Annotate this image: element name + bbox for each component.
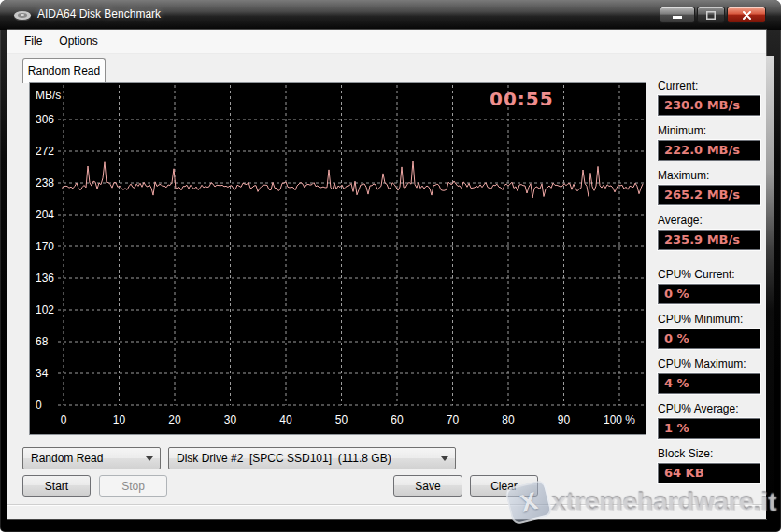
- elapsed-time: 00:55: [490, 88, 554, 110]
- y-axis-tick: 102: [36, 303, 73, 316]
- x-axis-tick: 40: [279, 413, 291, 427]
- x-axis-tick: 90: [558, 413, 570, 427]
- stat-cpu-current-value: 0 %: [659, 285, 760, 303]
- stat-maximum-box: 265.2 MB/s: [658, 185, 760, 205]
- x-axis-tick: 50: [335, 413, 348, 427]
- stop-button[interactable]: Stop: [99, 475, 167, 497]
- y-axis-tick: 34: [36, 367, 73, 380]
- stat-minimum-box: 222.0 MB/s: [658, 140, 760, 161]
- minimize-icon: [673, 11, 682, 20]
- y-axis-tick: 0: [36, 399, 73, 412]
- stat-cpu-current-label: CPU% Current:: [658, 268, 766, 282]
- benchmark-type-value: Random Read: [31, 448, 103, 469]
- stat-cpu-average-box: 1 %: [658, 418, 760, 439]
- x-axis-tick: 70: [447, 413, 459, 427]
- save-button[interactable]: Save: [393, 475, 462, 497]
- stat-cpu-minimum-label: CPU% Minimum:: [658, 313, 766, 327]
- app-window: AIDA64 Disk Benchmark FileOptions Random…: [0, 0, 781, 532]
- y-axis-tick: 306: [36, 113, 73, 126]
- x-axis-tick: 0: [61, 413, 67, 427]
- stat-cpu-maximum-label: CPU% Maximum:: [658, 357, 766, 371]
- stat-cpu-current-box: 0 %: [658, 284, 760, 304]
- stat-block-size-value: 64 KB: [659, 464, 760, 483]
- drive-select[interactable]: Disk Drive #2 [SPCC SSD101] (111.8 GB): [168, 447, 456, 469]
- app-icon: [13, 8, 32, 21]
- stat-current-value: 230.0 MB/s: [659, 96, 760, 115]
- clear-button[interactable]: Clear: [470, 475, 538, 497]
- stat-minimum-label: Minimum:: [658, 124, 766, 138]
- y-axis-tick: 204: [36, 208, 73, 221]
- start-button[interactable]: Start: [22, 475, 91, 497]
- stat-maximum-label: Maximum:: [658, 169, 766, 183]
- y-axis-tick: 238: [36, 176, 73, 189]
- stat-average-value: 235.9 MB/s: [659, 231, 760, 249]
- window-controls: [658, 7, 766, 23]
- x-axis-tick: 20: [168, 413, 180, 427]
- chevron-down-icon: [146, 456, 153, 461]
- close-icon: [743, 11, 751, 20]
- close-button[interactable]: [727, 7, 766, 23]
- stat-average-label: Average:: [658, 214, 766, 228]
- stat-cpu-average-value: 1 %: [659, 419, 760, 438]
- x-axis-tick: 60: [390, 413, 403, 427]
- menu-options[interactable]: Options: [50, 30, 106, 53]
- titlebar[interactable]: AIDA64 Disk Benchmark: [0, 0, 781, 30]
- chevron-down-icon: [441, 456, 448, 461]
- menu-file[interactable]: File: [16, 30, 50, 53]
- maximize-icon: [706, 11, 716, 20]
- stat-maximum-value: 265.2 MB/s: [659, 186, 760, 204]
- drive-value: Disk Drive #2 [SPCC SSD101] (111.8 GB): [177, 448, 391, 469]
- y-axis-tick: 68: [36, 335, 73, 348]
- stat-cpu-average-label: CPU% Average:: [658, 402, 766, 416]
- tab-random-read[interactable]: Random Read: [22, 58, 106, 83]
- stat-cpu-maximum-box: 4 %: [658, 373, 760, 394]
- maximize-button[interactable]: [697, 7, 725, 23]
- status-divider: [7, 504, 766, 506]
- stat-cpu-minimum-box: 0 %: [658, 329, 760, 349]
- y-axis-tick: 170: [36, 240, 73, 253]
- minimize-button[interactable]: [660, 7, 695, 23]
- menubar: FileOptions: [7, 30, 766, 54]
- stat-cpu-minimum-value: 0 %: [659, 329, 760, 348]
- stat-current-label: Current:: [658, 79, 766, 93]
- stat-block-size-label: Block Size:: [658, 447, 766, 461]
- x-axis-tick: 30: [224, 413, 236, 427]
- y-axis-tick: 136: [36, 272, 73, 285]
- client-area: FileOptions Random Read MB/s 00:55 30627…: [7, 30, 766, 519]
- x-axis-tick: 100 %: [604, 413, 635, 427]
- window-frame-reflection: [766, 56, 774, 519]
- window-title: AIDA64 Disk Benchmark: [37, 7, 161, 21]
- stat-minimum-value: 222.0 MB/s: [659, 141, 760, 160]
- x-axis-tick: 10: [113, 413, 125, 427]
- stat-cpu-maximum-value: 4 %: [659, 374, 760, 393]
- benchmark-chart: MB/s 00:55 30627223820417013610268340010…: [29, 82, 646, 435]
- benchmark-line: [62, 161, 643, 198]
- stat-average-box: 235.9 MB/s: [658, 230, 760, 250]
- x-axis-tick: 80: [502, 413, 514, 427]
- chart-canvas: [30, 83, 646, 434]
- y-axis-tick: 272: [36, 145, 73, 158]
- benchmark-type-select[interactable]: Random Read: [22, 447, 161, 469]
- stat-current-box: 230.0 MB/s: [658, 95, 760, 116]
- y-axis-unit-label: MB/s: [36, 89, 61, 102]
- stat-block-size-box: 64 KB: [658, 463, 760, 483]
